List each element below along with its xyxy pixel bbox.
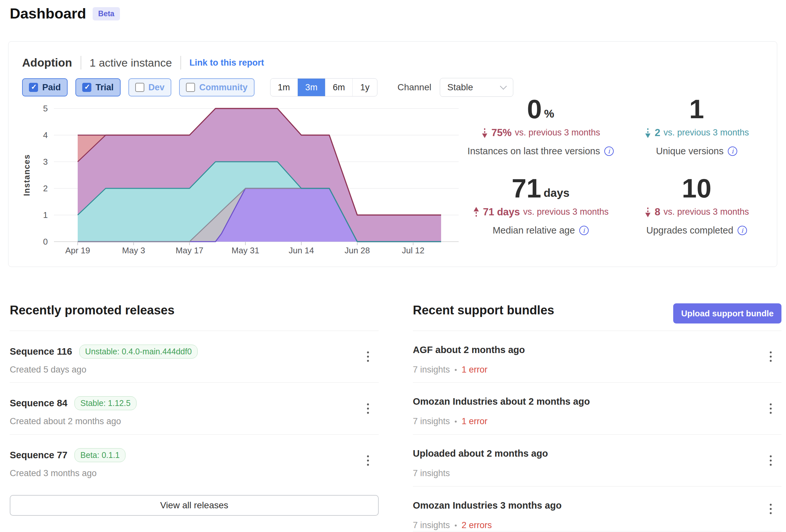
bundle-row[interactable]: AGF about 2 months ago 7 insights 1 erro… [413, 331, 782, 383]
range-button-1m[interactable]: 1m [271, 79, 298, 96]
dot-separator [455, 369, 457, 371]
filter-row: Paid Trial Dev Community 1m 3m 6m 1y Cha… [22, 78, 513, 97]
svg-text:Apr 19: Apr 19 [65, 245, 90, 255]
checkbox-icon [186, 83, 195, 92]
checkbox-icon [135, 83, 144, 92]
trend-down-arrow-icon [481, 127, 488, 138]
svg-text:Jul 12: Jul 12 [402, 245, 424, 255]
channel-select-value: Stable [447, 82, 473, 93]
info-icon[interactable] [604, 146, 614, 156]
bundle-error-count: 1 error [462, 365, 488, 375]
release-row[interactable]: Sequence 116 Unstable: 0.4.0-main.444ddf… [10, 331, 379, 383]
stat-big-value: 71 days [463, 176, 619, 201]
kebab-menu-button[interactable] [364, 453, 372, 468]
active-instance-count: 1 active instance [90, 56, 172, 69]
adoption-title: Adoption [22, 56, 72, 69]
release-channel-badge: Beta: 0.1.1 [74, 448, 125, 462]
filter-chip-trial[interactable]: Trial [75, 78, 121, 96]
dot-separator [455, 525, 457, 527]
svg-text:2: 2 [43, 184, 48, 193]
bundle-error-count: 2 errors [462, 520, 492, 530]
channel-label: Channel [397, 82, 431, 93]
info-icon[interactable] [728, 146, 737, 156]
stat-trend: 2 vs. previous 3 months [619, 127, 775, 139]
kebab-menu-button[interactable] [767, 453, 774, 468]
info-icon[interactable] [738, 226, 747, 235]
page-header: Dashboard Beta [10, 5, 120, 22]
svg-text:Instances: Instances [23, 154, 31, 196]
filter-chip-community[interactable]: Community [179, 78, 255, 96]
adoption-card: Adoption 1 active instance Link to this … [8, 41, 777, 267]
trend-up-arrow-icon [472, 207, 480, 218]
release-row[interactable]: Sequence 77 Beta: 0.1.1 Created 3 months… [10, 435, 379, 486]
checkbox-icon [82, 83, 91, 92]
dot-separator [455, 420, 457, 422]
stat-trend: 75% vs. previous 3 months [463, 127, 619, 139]
bundle-title: AGF about 2 months ago [413, 345, 525, 355]
svg-text:5: 5 [43, 104, 48, 113]
bundle-title: Omozan Industries about 2 months ago [413, 396, 590, 407]
trend-down-arrow-icon [644, 207, 651, 218]
kebab-menu-button[interactable] [767, 401, 774, 416]
adoption-chart: Apr 19May 3May 17May 31Jun 14Jun 28Jul 1… [23, 100, 478, 269]
stat-trend: 8 vs. previous 3 months [619, 206, 775, 218]
filter-label: Dev [148, 82, 165, 93]
release-created: Created 3 months ago [10, 468, 96, 478]
range-button-3m[interactable]: 3m [298, 79, 325, 96]
svg-text:Jun 14: Jun 14 [288, 245, 314, 255]
bundle-row[interactable]: Uploaded about 2 months ago 7 insights [413, 435, 782, 486]
bundle-meta: 7 insights [413, 468, 450, 478]
trend-down-arrow-icon [644, 127, 651, 138]
bundle-meta: 7 insights 2 errors [413, 520, 492, 530]
stat-big-value: 10 [619, 176, 775, 201]
kebab-menu-button[interactable] [364, 349, 372, 364]
filter-chip-paid[interactable]: Paid [22, 78, 68, 96]
release-created: Created 5 days ago [10, 365, 87, 375]
range-button-1y[interactable]: 1y [353, 79, 377, 96]
stat-big-value: 1 [619, 96, 775, 122]
channel-select[interactable]: Stable [440, 78, 513, 97]
stat-unique-versions: 1 2 vs. previous 3 months Unique version… [619, 96, 775, 156]
stat-caption: Median relative age [463, 225, 619, 236]
svg-text:1: 1 [43, 210, 48, 220]
link-to-report[interactable]: Link to this report [189, 58, 264, 68]
beta-badge: Beta [93, 7, 120, 21]
header-separator [80, 56, 81, 70]
time-range-group: 1m 3m 6m 1y [270, 78, 377, 96]
bundles-heading: Recent support bundles [413, 304, 554, 317]
stat-median-relative-age: 71 days 71 days vs. previous 3 months Me… [463, 176, 619, 236]
bundle-title: Uploaded about 2 months ago [413, 448, 548, 459]
range-button-6m[interactable]: 6m [325, 79, 353, 96]
bundle-row[interactable]: Omozan Industries about 2 months ago 7 i… [413, 383, 782, 435]
stat-trend: 71 days vs. previous 3 months [463, 206, 619, 218]
page-title: Dashboard [10, 5, 86, 22]
stat-instances-last-three-versions: 0 % 75% vs. previous 3 months Instances … [463, 96, 619, 156]
release-created: Created about 2 months ago [10, 416, 121, 427]
filter-chip-dev[interactable]: Dev [129, 78, 171, 96]
filter-label: Community [199, 82, 248, 93]
bundle-row[interactable]: Omozan Industries 3 months ago 7 insight… [413, 486, 782, 531]
info-icon[interactable] [579, 226, 589, 235]
release-row[interactable]: Sequence 84 Stable: 1.12.5 Created about… [10, 383, 379, 435]
bundle-title: Omozan Industries 3 months ago [413, 500, 562, 511]
bundle-meta: 7 insights 1 error [413, 365, 488, 375]
release-title: Sequence 77 [10, 450, 67, 461]
upload-support-bundle-button[interactable]: Upload support bundle [673, 304, 782, 323]
chevron-down-icon [500, 83, 507, 90]
checkbox-icon [29, 83, 38, 92]
stat-upgrades-completed: 10 8 vs. previous 3 months Upgrades comp… [619, 176, 775, 236]
svg-text:0: 0 [43, 237, 48, 246]
view-all-releases-button[interactable]: View all releases [10, 495, 379, 516]
svg-text:Jun 28: Jun 28 [345, 245, 370, 255]
kebab-menu-button[interactable] [767, 349, 774, 364]
kebab-menu-button[interactable] [364, 401, 372, 416]
stat-big-value: 0 % [463, 96, 619, 122]
svg-text:May 31: May 31 [231, 245, 259, 255]
release-title: Sequence 84 [10, 398, 67, 409]
release-channel-badge: Stable: 1.12.5 [74, 396, 136, 410]
release-title: Sequence 116 [10, 346, 72, 357]
svg-text:May 17: May 17 [176, 245, 203, 255]
stat-caption: Upgrades completed [619, 225, 775, 236]
kebab-menu-button[interactable] [767, 501, 774, 517]
filter-label: Paid [42, 82, 61, 93]
